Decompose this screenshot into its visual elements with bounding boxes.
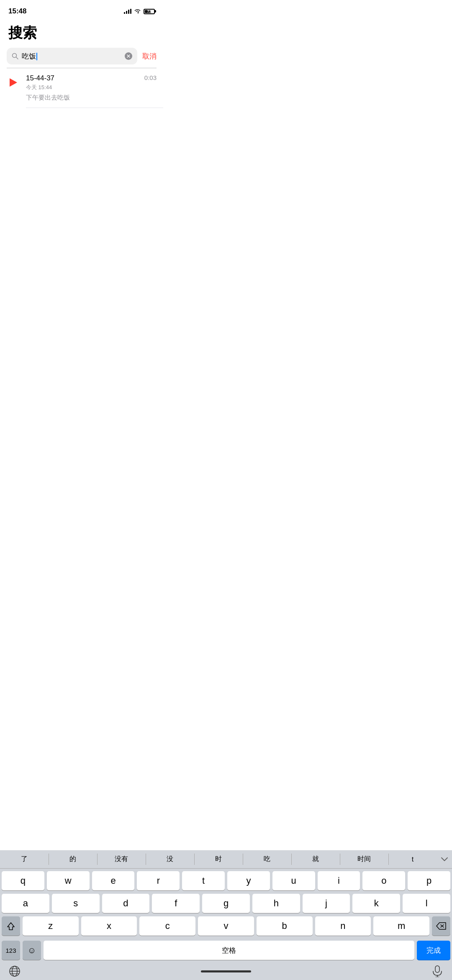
play-triangle-icon	[10, 78, 17, 87]
result-transcript: 下午要出去吃饭	[26, 94, 157, 102]
result-title: 15-44-37	[26, 74, 54, 82]
result-title-row: 15-44-37 0:03	[26, 74, 157, 82]
search-icon	[12, 53, 18, 59]
page-title: 搜索	[8, 23, 155, 43]
battery-icon: 73	[144, 9, 155, 14]
result-duration: 0:03	[144, 74, 157, 81]
status-time: 15:48	[8, 7, 26, 15]
search-clear-button[interactable]	[125, 52, 132, 60]
result-divider	[26, 108, 163, 108]
result-item[interactable]: 15-44-37 0:03 今天 15:44 下午要出去吃饭	[0, 68, 163, 108]
cancel-button[interactable]: 取消	[142, 51, 157, 61]
text-cursor	[36, 53, 37, 60]
status-icons: 73	[124, 9, 155, 14]
search-container: 吃饭 取消	[0, 48, 163, 64]
wifi-icon	[134, 9, 141, 14]
svg-line-1	[16, 57, 18, 59]
header: 搜索	[0, 20, 163, 48]
play-button[interactable]	[7, 76, 20, 89]
search-bar[interactable]: 吃饭	[7, 48, 137, 64]
result-content: 15-44-37 0:03 今天 15:44 下午要出去吃饭	[26, 74, 157, 102]
status-bar: 15:48 73	[0, 0, 163, 20]
search-input[interactable]: 吃饭	[22, 51, 121, 61]
signal-icon	[124, 9, 131, 14]
result-date: 今天 15:44	[26, 84, 157, 91]
